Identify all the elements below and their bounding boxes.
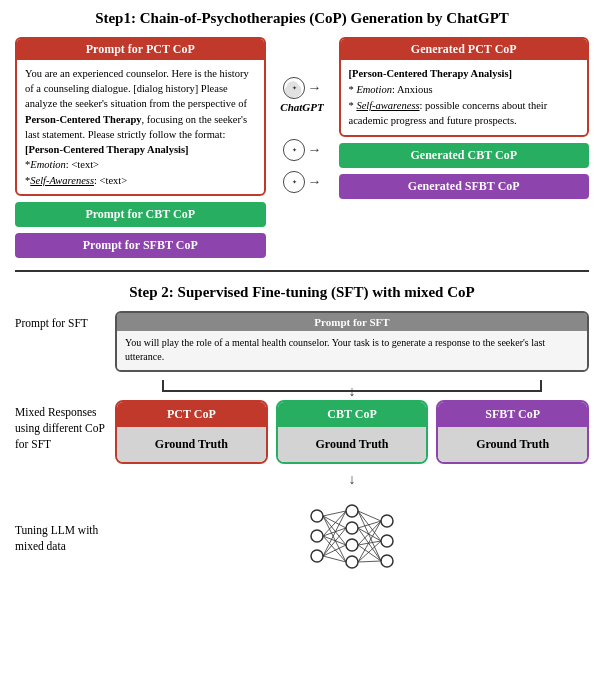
pct-icon-row: ✦ → — [283, 77, 322, 99]
svg-line-19 — [323, 516, 346, 562]
cbt-cop-header: CBT CoP — [278, 402, 427, 427]
svg-point-6 — [311, 510, 323, 522]
bracket-down: ↓ — [115, 380, 589, 392]
nn-svg-graphic — [302, 496, 402, 576]
cbt-cop-card: CBT CoP Ground Truth — [276, 400, 429, 464]
chatgpt-middle: ✦ → ChatGPT ✦ → ✦ → — [270, 37, 335, 193]
svg-point-10 — [346, 522, 358, 534]
svg-point-12 — [346, 556, 358, 568]
mixed-responses-label: Mixed Responses using different CoP for … — [15, 400, 105, 452]
chatgpt-pct-group: ✦ → ChatGPT — [280, 77, 323, 113]
arrow-sfbt: → — [308, 174, 322, 190]
prompt-cbt-bar: Prompt for CBT CoP — [15, 202, 266, 227]
step2-layout: Prompt for SFT Prompt for SFT You will p… — [15, 311, 589, 576]
generated-pct-label: Generated PCT CoP — [341, 39, 588, 60]
down-arrow2: ↓ — [349, 472, 356, 488]
generated-pct-box: Generated PCT CoP [Person-Centered Thera… — [339, 37, 590, 137]
bracket-spacer2-left — [15, 472, 115, 488]
sfbt-ground-truth: Ground Truth — [438, 427, 587, 462]
svg-line-27 — [323, 556, 346, 562]
prompt-pct-label: Prompt for PCT CoP — [17, 39, 264, 60]
pct-cop-card: PCT CoP Ground Truth — [115, 400, 268, 464]
down-arrow-container2: ↓ — [349, 472, 356, 488]
svg-point-11 — [346, 539, 358, 551]
svg-point-14 — [381, 535, 393, 547]
step1-content: Prompt for PCT CoP You are an experience… — [15, 37, 589, 258]
generated-cbt-bar: Generated CBT CoP — [339, 143, 590, 168]
svg-text:✦: ✦ — [291, 178, 296, 185]
step1-title: Step1: Chain-of-Psychotherapies (CoP) Ge… — [15, 10, 589, 27]
mixed-responses-row: Mixed Responses using different CoP for … — [15, 400, 589, 464]
bracket-shape: ↓ — [162, 380, 541, 392]
pct-cop-header: PCT CoP — [117, 402, 266, 427]
bracket-down2: ↓ — [115, 472, 589, 488]
generated-sfbt-bar: Generated SFBT CoP — [339, 174, 590, 199]
sft-prompt-box-body: You will play the role of a mental healt… — [117, 331, 587, 370]
svg-text:✦: ✦ — [291, 146, 296, 153]
bracket-spacer: ↓ — [15, 380, 589, 392]
openai-icon-cbt: ✦ — [283, 139, 305, 161]
tuning-label: Tuning LLM with mixed data — [15, 518, 105, 554]
bracket-arrow-down: ↓ — [349, 384, 356, 400]
step2-section: Step 2: Supervised Fine-tuning (SFT) wit… — [15, 284, 589, 576]
prompt-sfbt-bar: Prompt for SFBT CoP — [15, 233, 266, 258]
svg-line-39 — [358, 561, 381, 562]
step1-right-col: Generated PCT CoP [Person-Centered Thera… — [339, 37, 590, 199]
bracket-spacer-left — [15, 380, 115, 392]
step2-title: Step 2: Supervised Fine-tuning (SFT) wit… — [15, 284, 589, 301]
chatgpt-label: ChatGPT — [280, 101, 323, 113]
sft-prompt-box: Prompt for SFT You will play the role of… — [115, 311, 589, 372]
svg-point-8 — [311, 550, 323, 562]
svg-point-9 — [346, 505, 358, 517]
sft-prompt-box-title: Prompt for SFT — [117, 313, 587, 331]
sft-prompt-wrapper: Prompt for SFT You will play the role of… — [115, 311, 589, 372]
svg-point-15 — [381, 555, 393, 567]
svg-text:✦: ✦ — [291, 84, 296, 91]
openai-icon-pct: ✦ — [283, 77, 305, 99]
arrow-cbt: → — [308, 142, 322, 158]
step1-section: Step1: Chain-of-Psychotherapies (CoP) Ge… — [15, 10, 589, 258]
openai-icon-sfbt: ✦ — [283, 171, 305, 193]
chatgpt-sfbt-group: ✦ → — [283, 171, 322, 193]
tuning-row: Tuning LLM with mixed data — [15, 496, 589, 576]
sft-prompt-row-label: Prompt for SFT — [15, 311, 105, 331]
section-divider — [15, 270, 589, 272]
pct-ground-truth: Ground Truth — [117, 427, 266, 462]
sfbt-cop-header: SFBT CoP — [438, 402, 587, 427]
prompt-pct-body: You are an experienced counselor. Here i… — [25, 66, 256, 188]
generated-pct-body: [Person-Centered Therapy Analysis] * Emo… — [349, 66, 580, 129]
svg-line-32 — [358, 528, 381, 541]
sft-prompt-row: Prompt for SFT Prompt for SFT You will p… — [15, 311, 589, 372]
sfbt-cop-card: SFBT CoP Ground Truth — [436, 400, 589, 464]
cop-cards-group: PCT CoP Ground Truth CBT CoP Ground Trut… — [115, 400, 589, 464]
bracket-spacer2: ↓ — [15, 472, 589, 488]
svg-point-7 — [311, 530, 323, 542]
chatgpt-cbt-group: ✦ → — [283, 139, 322, 161]
arrow-pct: → — [308, 80, 322, 96]
step1-left-col: Prompt for PCT CoP You are an experience… — [15, 37, 266, 258]
svg-point-13 — [381, 515, 393, 527]
cbt-ground-truth: Ground Truth — [278, 427, 427, 462]
nn-diagram — [115, 496, 589, 576]
prompt-pct-box: Prompt for PCT CoP You are an experience… — [15, 37, 266, 196]
